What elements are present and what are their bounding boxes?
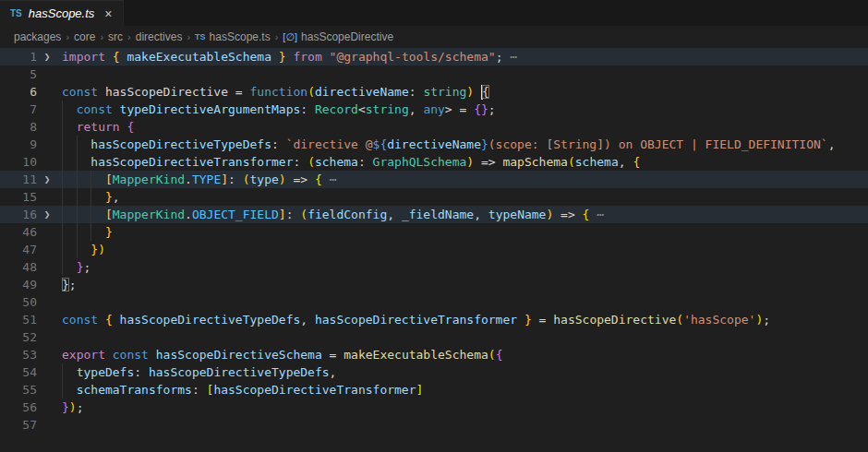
code-text[interactable]: const typeDirectiveArgumentMaps: Record<…	[57, 101, 868, 118]
code-text[interactable]: }	[57, 223, 868, 241]
code-token	[62, 260, 77, 274]
line-number: 10	[0, 153, 37, 171]
indent-guide	[62, 118, 63, 136]
code-line[interactable]: 10 hasScopeDirectiveTransformer: (schema…	[0, 153, 868, 171]
code-line[interactable]: 54 typeDefs: hasScopeDirectiveTypeDefs,	[0, 363, 868, 381]
code-token: ,	[113, 190, 120, 204]
code-text[interactable]: const { hasScopeDirectiveTypeDefs, hasSc…	[57, 311, 868, 328]
code-line[interactable]: 53export const hasScopeDirectiveSchema =…	[0, 346, 868, 363]
code-token: (	[300, 208, 307, 221]
line-number: 5	[0, 65, 37, 83]
breadcrumb-item-src[interactable]: src	[108, 30, 123, 43]
code-text[interactable]: };	[57, 276, 868, 293]
code-text[interactable]	[57, 293, 868, 311]
code-text[interactable]	[57, 65, 868, 83]
code-line[interactable]: 57	[0, 416, 868, 434]
tab-hasscope[interactable]: TS hasScope.ts ×	[0, 0, 124, 26]
breadcrumb-item-packages[interactable]: packages	[14, 30, 61, 43]
gutter-spacer	[37, 293, 57, 311]
breadcrumb-item-symbol[interactable]: [∅] hasScopeDirective	[283, 30, 393, 43]
code-line[interactable]: 7 const typeDirectiveArgumentMaps: Recor…	[0, 101, 868, 118]
code-token: .	[185, 172, 192, 186]
fold-chevron-icon[interactable]: ❯	[37, 48, 57, 65]
code-text[interactable]: const hasScopeDirective = function(direc…	[57, 83, 868, 101]
code-token: :	[286, 208, 301, 221]
code-line[interactable]: 5	[0, 65, 868, 83]
code-token: ,	[474, 208, 488, 221]
code-token: ⋯	[589, 208, 604, 221]
code-text[interactable]: import { makeExecutableSchema } from "@g…	[57, 48, 868, 65]
code-line[interactable]: 52	[0, 328, 868, 346]
code-text[interactable]: };	[57, 258, 868, 276]
code-token: ${	[373, 137, 388, 151]
code-text[interactable]: hasScopeDirectiveTypeDefs: `directive @$…	[57, 136, 868, 153]
code-line[interactable]: 6const hasScopeDirective = function(dire…	[0, 83, 868, 101]
code-token	[62, 102, 77, 116]
code-token	[62, 190, 105, 204]
breadcrumb-item-file[interactable]: TS hasScope.ts	[195, 30, 271, 43]
code-text[interactable]: [MapperKind.OBJECT_FIELD]: (fieldConfig,…	[57, 206, 868, 223]
code-text[interactable]: return {	[57, 118, 868, 136]
code-token: directiveName	[387, 137, 481, 151]
code-text[interactable]: });	[57, 398, 868, 416]
code-token: ;	[69, 278, 77, 291]
code-line[interactable]: 15 },	[0, 188, 868, 206]
fold-chevron-icon[interactable]: ❯	[37, 171, 57, 188]
indent-guide	[77, 188, 78, 206]
code-token: const	[113, 348, 149, 362]
code-line[interactable]: 8 return {	[0, 118, 868, 136]
code-token: )	[69, 400, 77, 414]
breadcrumb-separator: ›	[66, 31, 69, 42]
code-text[interactable]: })	[57, 241, 868, 258]
code-text[interactable]: export const hasScopeDirectiveSchema = m…	[57, 346, 868, 363]
indent-guide	[90, 188, 91, 206]
code-token: <	[358, 102, 366, 116]
code-token: ⋯	[502, 50, 517, 64]
breadcrumb-file-label: hasScope.ts	[210, 30, 271, 43]
code-token: (	[676, 313, 683, 327]
gutter-spacer	[37, 101, 57, 118]
code-text[interactable]: typeDefs: hasScopeDirectiveTypeDefs,	[57, 363, 868, 381]
code-line[interactable]: 16❯ [MapperKind.OBJECT_FIELD]: (fieldCon…	[0, 206, 868, 223]
code-text[interactable]: },	[57, 188, 868, 206]
code-line[interactable]: 49};	[0, 276, 868, 293]
editor-lines[interactable]: 1❯import { makeExecutableSchema } from "…	[0, 48, 868, 452]
code-text[interactable]: schemaTransforms: [hasScopeDirectiveTran…	[57, 381, 868, 398]
code-line[interactable]: 55 schemaTransforms: [hasScopeDirectiveT…	[0, 381, 868, 398]
code-text[interactable]	[57, 328, 868, 346]
line-number: 15	[0, 188, 37, 206]
line-number: 53	[0, 346, 37, 363]
code-text[interactable]: [MapperKind.TYPE]: (type) => { ⋯	[57, 171, 868, 188]
line-number: 9	[0, 136, 37, 153]
code-line[interactable]: 51const { hasScopeDirectiveTypeDefs, has…	[0, 311, 868, 328]
code-line[interactable]: 47 })	[0, 241, 868, 258]
code-text[interactable]: hasScopeDirectiveTransformer: (schema: G…	[57, 153, 868, 171]
code-token: _fieldName	[402, 208, 474, 221]
code-line[interactable]: 9 hasScopeDirectiveTypeDefs: `directive …	[0, 136, 868, 153]
code-line[interactable]: 46 }	[0, 223, 868, 241]
breadcrumb-item-directives[interactable]: directives	[136, 30, 183, 43]
line-number: 55	[0, 381, 37, 398]
indent-guide	[62, 188, 63, 206]
gutter-spacer	[37, 328, 57, 346]
code-token: :	[293, 155, 307, 169]
code-token: hasScopeDirectiveTransformer	[315, 313, 524, 327]
line-number: 1	[0, 48, 37, 65]
close-icon[interactable]: ×	[104, 7, 112, 20]
code-token: (	[307, 155, 315, 169]
code-text[interactable]	[57, 416, 868, 434]
code-line[interactable]: 1❯import { makeExecutableSchema } from "…	[0, 48, 868, 65]
code-token: }	[481, 137, 488, 151]
breadcrumb-item-core[interactable]: core	[74, 30, 95, 43]
code-line[interactable]: 50	[0, 293, 868, 311]
code-token: =	[235, 85, 250, 99]
fold-chevron-icon[interactable]: ❯	[37, 206, 57, 223]
code-line[interactable]: 11❯ [MapperKind.TYPE]: (type) => { ⋯	[0, 171, 868, 188]
code-line[interactable]: 56});	[0, 398, 868, 416]
code-token: )	[279, 172, 286, 186]
code-token: import	[62, 50, 113, 64]
indent-guide	[77, 171, 78, 188]
code-line[interactable]: 48 };	[0, 258, 868, 276]
code-token: schemaTransforms	[77, 383, 192, 397]
breadcrumb-separator: ›	[275, 31, 279, 42]
